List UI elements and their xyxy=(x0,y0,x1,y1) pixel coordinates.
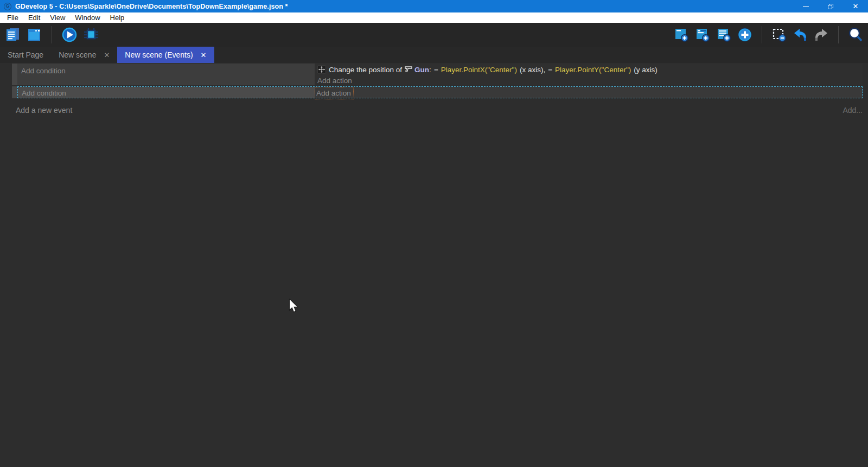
add-action-link[interactable]: Add action xyxy=(317,77,352,85)
tab-new-scene-events[interactable]: New scene (Events) ✕ xyxy=(117,47,214,63)
menu-help[interactable]: Help xyxy=(105,14,130,22)
add-sub-event-button[interactable] xyxy=(694,27,711,43)
gun-object-icon xyxy=(405,66,412,74)
add-event-icon xyxy=(674,28,689,42)
window-title: GDevelop 5 - C:\Users\Sparkle\OneDrive\D… xyxy=(15,3,288,10)
add-condition-link[interactable]: Add condition xyxy=(22,89,66,97)
add-new-event-link[interactable]: Add a new event xyxy=(16,106,72,115)
selection-outline: Add condition Add action xyxy=(17,86,863,98)
minimize-icon xyxy=(803,6,809,7)
action-text: (x axis), xyxy=(520,66,545,74)
tab-label: New scene xyxy=(59,51,96,59)
operator: = xyxy=(434,66,438,74)
remove-selection-icon xyxy=(772,28,787,42)
add-more-button[interactable] xyxy=(737,27,753,43)
mouse-cursor xyxy=(289,299,298,313)
add-circle-icon xyxy=(737,27,752,42)
menu-bar: File Edit View Window Help xyxy=(0,12,868,23)
search-icon xyxy=(848,27,863,42)
event1-action-item[interactable]: Change the position of Gun: = Player.Poi… xyxy=(315,64,863,74)
close-button[interactable]: ✕ xyxy=(843,0,868,12)
undo-button[interactable] xyxy=(792,27,808,43)
operator: = xyxy=(548,66,552,74)
undo-icon xyxy=(793,27,808,42)
play-icon xyxy=(61,27,78,43)
toolbar-separator xyxy=(52,26,52,43)
expression-x: Player.PointX("Center") xyxy=(441,66,517,74)
title-bar: G GDevelop 5 - C:\Users\Sparkle\OneDrive… xyxy=(0,0,868,12)
tab-label: New scene (Events) xyxy=(125,51,193,59)
event-drag-handle[interactable] xyxy=(12,86,17,98)
action-text: Change the position of xyxy=(329,66,402,74)
tab-close-icon[interactable]: ✕ xyxy=(201,51,207,59)
search-button[interactable] xyxy=(847,27,864,43)
add-condition-link[interactable]: Add condition xyxy=(21,67,66,75)
tab-close-icon[interactable]: ✕ xyxy=(104,51,110,59)
add-event-button[interactable] xyxy=(673,27,690,43)
action-text: (y axis) xyxy=(634,66,658,74)
restore-button[interactable] xyxy=(818,0,843,12)
tab-label: Start Page xyxy=(8,51,43,59)
play-button[interactable] xyxy=(61,27,78,43)
menu-window[interactable]: Window xyxy=(70,14,105,22)
event-drag-handle[interactable] xyxy=(12,64,17,85)
scene-editor-button[interactable] xyxy=(26,27,42,43)
position-action-icon xyxy=(317,65,326,74)
add-more-link[interactable]: Add... xyxy=(843,106,863,115)
tab-start-page[interactable]: Start Page xyxy=(0,47,51,63)
debug-icon xyxy=(83,27,99,43)
expression-y: Player.PointY("Center") xyxy=(555,66,631,74)
tab-bar: Start Page New scene ✕ New scene (Events… xyxy=(0,47,868,63)
toolbar-separator xyxy=(762,26,762,43)
close-icon: ✕ xyxy=(853,2,859,10)
menu-edit[interactable]: Edit xyxy=(23,14,45,22)
gdevelop-app-icon: G xyxy=(4,3,11,10)
event2-conditions[interactable]: Add condition xyxy=(18,87,315,98)
tab-new-scene[interactable]: New scene ✕ xyxy=(51,47,117,63)
add-sub-event-icon xyxy=(695,28,710,42)
add-event-line: Add a new event Add... xyxy=(16,106,863,115)
event1-actions[interactable]: Change the position of Gun: = Player.Poi… xyxy=(315,64,863,85)
events-sheet: Add condition Change the position of xyxy=(0,63,868,467)
restore-icon xyxy=(828,4,833,9)
project-manager-button[interactable] xyxy=(4,27,21,43)
event1-conditions[interactable]: Add condition xyxy=(17,64,315,85)
redo-button[interactable] xyxy=(813,27,829,43)
main-toolbar xyxy=(0,23,868,47)
object-name: Gun xyxy=(414,66,429,74)
minimize-button[interactable] xyxy=(793,0,818,12)
remove-selection-button[interactable] xyxy=(771,27,787,43)
redo-icon xyxy=(814,27,829,42)
event-row-1[interactable]: Add condition Change the position of xyxy=(12,64,863,85)
add-action-link[interactable]: Add action xyxy=(316,89,351,97)
toolbar-separator xyxy=(838,26,839,43)
add-comment-button[interactable] xyxy=(716,27,732,43)
menu-view[interactable]: View xyxy=(45,14,70,22)
event-row-2-selected[interactable]: Add condition Add action xyxy=(12,86,863,98)
debug-button[interactable] xyxy=(83,27,99,43)
menu-file[interactable]: File xyxy=(2,14,23,22)
action-text: : xyxy=(429,66,431,74)
add-comment-icon xyxy=(717,28,731,42)
project-manager-icon xyxy=(5,27,20,42)
event2-actions[interactable]: Add action xyxy=(315,87,862,98)
scene-editor-icon xyxy=(27,27,42,42)
add-action-focus-outline[interactable]: Add action xyxy=(315,87,354,99)
